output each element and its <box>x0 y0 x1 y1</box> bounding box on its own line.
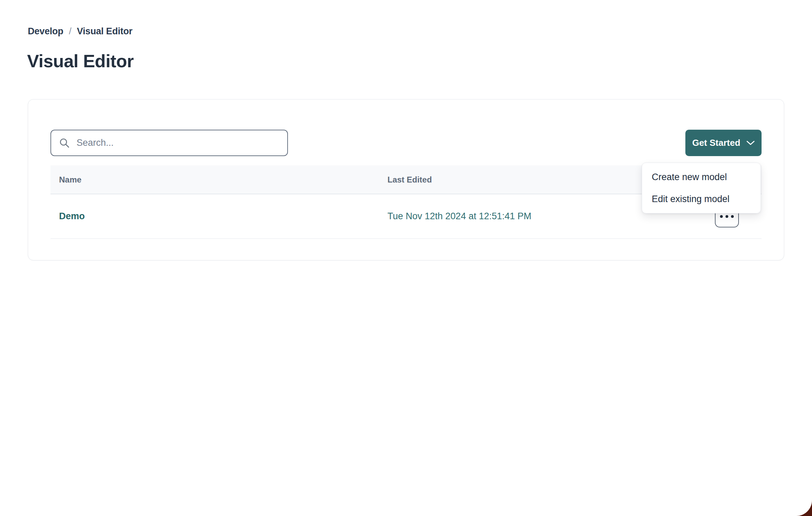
breadcrumb-link-develop[interactable]: Develop <box>28 26 63 37</box>
model-name-link[interactable]: Demo <box>59 211 85 221</box>
menu-item-create-new-model[interactable]: Create new model <box>642 166 761 188</box>
ellipsis-icon <box>720 215 734 218</box>
page: Develop / Visual Editor Visual Editor Ge… <box>0 0 812 516</box>
chevron-down-icon <box>746 141 755 145</box>
get-started-label: Get Started <box>692 138 740 148</box>
last-edited-value: Tue Nov 12th 2024 at 12:51:41 PM <box>387 211 531 221</box>
search-box <box>50 130 288 156</box>
page-corner-mask <box>767 471 812 516</box>
search-input[interactable] <box>50 130 288 156</box>
get-started-button[interactable]: Get Started <box>685 130 762 156</box>
toolbar: Get Started <box>50 130 762 156</box>
get-started-dropdown-menu: Create new model Edit existing model <box>642 163 761 213</box>
breadcrumb: Develop / Visual Editor <box>28 26 132 37</box>
column-header-name: Name <box>50 175 387 185</box>
breadcrumb-current: Visual Editor <box>77 26 132 37</box>
breadcrumb-separator: / <box>69 26 71 37</box>
last-edited-cell: Tue Nov 12th 2024 at 12:51:41 PM <box>387 211 684 222</box>
menu-item-edit-existing-model[interactable]: Edit existing model <box>642 188 761 210</box>
column-header-last-edited: Last Edited <box>387 175 684 185</box>
model-name-cell: Demo <box>50 211 387 222</box>
page-title: Visual Editor <box>27 51 134 71</box>
